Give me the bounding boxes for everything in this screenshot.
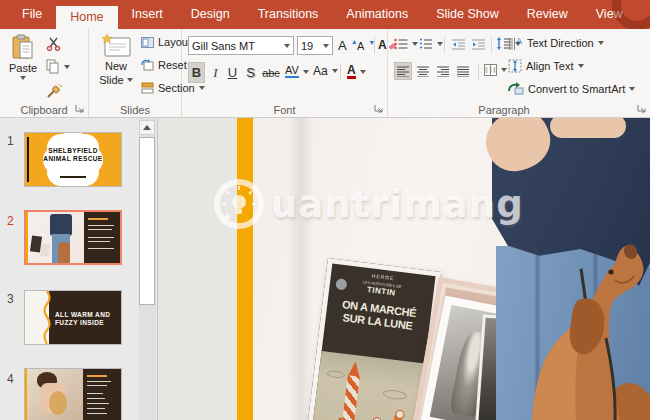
- slide-editing-area[interactable]: HERGÉ LES AVENTURES DE TINTIN ON A MARCH…: [158, 118, 650, 420]
- align-text-dropdown-arrow-icon: [578, 64, 584, 68]
- justify-button[interactable]: [454, 62, 472, 80]
- group-slides: New Slide Layout Reset: [89, 29, 182, 117]
- text-shadow-button[interactable]: S: [242, 62, 259, 83]
- tab-home[interactable]: Home: [56, 6, 117, 29]
- paste-icon: [12, 34, 34, 60]
- italic-glyph: I: [213, 65, 217, 81]
- italic-button[interactable]: I: [207, 62, 224, 83]
- paste-button[interactable]: Paste: [6, 34, 40, 80]
- grow-font-button[interactable]: A▲: [338, 38, 358, 53]
- columns-dropdown-arrow-icon: [501, 68, 507, 72]
- align-text-label: Align Text: [526, 60, 574, 72]
- format-painter-button[interactable]: [46, 83, 62, 99]
- smartart-icon: [508, 82, 524, 95]
- text-direction-icon: A: [508, 36, 523, 50]
- text-direction-dropdown-arrow-icon: [598, 41, 604, 45]
- convert-to-smartart-button[interactable]: Convert to SmartArt: [508, 82, 635, 95]
- align-left-icon: [397, 66, 409, 77]
- font-size-combo[interactable]: 19: [297, 36, 333, 55]
- smartart-label: Convert to SmartArt: [528, 83, 625, 95]
- tab-slide-show[interactable]: Slide Show: [422, 0, 513, 29]
- new-slide-button[interactable]: New Slide: [95, 34, 137, 86]
- font-family-combo[interactable]: Gill Sans MT: [188, 36, 294, 55]
- grow-font-icon: A: [338, 38, 347, 53]
- align-text-button[interactable]: Align Text: [508, 59, 584, 73]
- shrink-font-button[interactable]: A▼: [357, 40, 375, 52]
- paragraph-group-label: Paragraph: [388, 104, 620, 116]
- mini-frame: [40, 243, 50, 256]
- new-slide-label-line1: New: [105, 60, 127, 72]
- tab-design[interactable]: Design: [177, 0, 244, 29]
- slide-4-photo: [27, 369, 83, 420]
- separator: [374, 37, 375, 54]
- clipboard-dialog-launcher[interactable]: [74, 103, 85, 114]
- person-hand: [550, 118, 626, 138]
- shadow-glyph: S: [246, 65, 255, 80]
- tab-transitions[interactable]: Transitions: [244, 0, 333, 29]
- bold-button[interactable]: B: [188, 62, 205, 83]
- slide-photo: HERGÉ LES AVENTURES DE TINTIN ON A MARCH…: [253, 118, 650, 420]
- copy-icon: [46, 59, 60, 74]
- copy-button[interactable]: [46, 59, 70, 74]
- change-case-dropdown-arrow-icon: [332, 69, 338, 73]
- font-dialog-launcher[interactable]: [373, 103, 384, 114]
- format-painter-icon: [46, 83, 62, 99]
- tab-review[interactable]: Review: [513, 0, 582, 29]
- slide-1-thumbnail[interactable]: SHELBYFIELD ANIMAL RESCUE: [24, 132, 122, 187]
- paste-dropdown-arrow-icon[interactable]: [20, 76, 26, 80]
- mini-text-line: [87, 385, 107, 386]
- tab-file[interactable]: File: [8, 0, 56, 29]
- separator: [491, 37, 492, 53]
- text-direction-button[interactable]: A Text Direction: [508, 36, 604, 50]
- shrink-font-icon: A: [357, 40, 364, 52]
- change-case-glyph: Aa: [313, 64, 328, 78]
- bullets-button[interactable]: [394, 38, 418, 50]
- separator: [444, 37, 445, 53]
- change-case-button[interactable]: Aa: [313, 64, 338, 78]
- group-font: Gill Sans MT 19 A▲ A▼ A B I U S abc: [182, 29, 388, 117]
- group-paragraph: A Text Direction Align Text Convert to S…: [388, 29, 650, 117]
- font-color-dropdown-arrow-icon: [360, 70, 366, 74]
- align-left-button[interactable]: [394, 62, 412, 80]
- separator: [340, 63, 341, 81]
- tab-animations[interactable]: Animations: [332, 0, 422, 29]
- numbering-button[interactable]: [419, 38, 443, 50]
- font-family-value: Gill Sans MT: [192, 40, 255, 52]
- slide-thumbnail-panel: 1 SHELBYFIELD ANIMAL RESCUE 2: [0, 118, 158, 420]
- thumbnail-scrollbar-up-button[interactable]: [139, 120, 155, 135]
- increase-indent-button[interactable]: [469, 36, 487, 53]
- slide-3-title: ALL WARM AND FUZZY INSIDE: [55, 311, 110, 327]
- align-center-icon: [417, 66, 429, 77]
- tab-insert[interactable]: Insert: [118, 0, 177, 29]
- character-spacing-button[interactable]: AV: [285, 65, 309, 78]
- increase-indent-icon: [472, 39, 485, 50]
- align-right-button[interactable]: [434, 62, 452, 80]
- align-center-button[interactable]: [414, 62, 432, 80]
- font-size-dropdown-arrow-icon[interactable]: [323, 44, 329, 48]
- paragraph-dialog-launcher[interactable]: [636, 103, 647, 114]
- slide-2-photo: [28, 212, 86, 263]
- slide-4-thumbnail[interactable]: [24, 368, 122, 420]
- rocket-body: [342, 375, 360, 420]
- character-spacing-dropdown-arrow-icon: [303, 70, 309, 74]
- thumbnail-scrollbar-thumb[interactable]: [139, 137, 155, 305]
- poster-crater: [382, 389, 407, 401]
- columns-button[interactable]: [484, 64, 507, 76]
- slide-2-thumbnail[interactable]: [24, 210, 122, 265]
- reset-button[interactable]: Reset: [141, 59, 187, 71]
- section-icon: [141, 82, 154, 94]
- strikethrough-button[interactable]: abc: [260, 62, 282, 83]
- font-size-value: 19: [301, 40, 313, 52]
- cut-button[interactable]: [46, 37, 61, 51]
- decrease-indent-icon: [452, 39, 465, 50]
- underline-button[interactable]: U: [224, 62, 241, 83]
- slide-3-thumbnail[interactable]: ALL WARM AND FUZZY INSIDE: [24, 290, 122, 345]
- new-slide-icon: [101, 34, 131, 58]
- font-family-dropdown-arrow-icon[interactable]: [284, 44, 290, 48]
- font-color-glyph: A: [347, 65, 356, 79]
- wall-corner-shade: [287, 118, 313, 420]
- font-color-button[interactable]: A: [347, 65, 366, 79]
- copy-dropdown-arrow-icon: [64, 65, 70, 69]
- decrease-indent-button[interactable]: [449, 36, 467, 53]
- slide-2-text-panel: [84, 212, 120, 263]
